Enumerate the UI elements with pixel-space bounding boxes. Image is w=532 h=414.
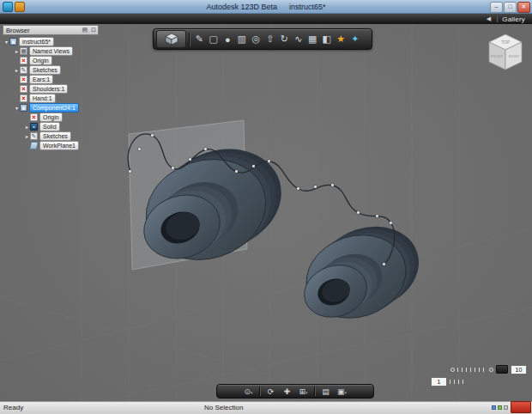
- chevron-down-icon[interactable]: ▾: [3, 39, 9, 45]
- toolbar-separator: [314, 387, 315, 396]
- tree-row-root[interactable]: ▾ ▣ instruct65*: [3, 37, 114, 46]
- tree-row[interactable]: ▸ ▪ Solid: [3, 122, 114, 131]
- visibility-off-icon[interactable]: ✕: [20, 85, 27, 93]
- toolbar-separator: [259, 387, 260, 396]
- snap-tool-icon[interactable]: ✦: [348, 31, 363, 47]
- panel-options-icon[interactable]: ▤: [81, 27, 90, 33]
- tree-row[interactable]: ▸ ▦ Named Views: [3, 46, 114, 56]
- model-tree: ▾ ▣ instruct65* ▸ ▦ Named Views ✕ Origin…: [3, 37, 114, 150]
- zoom-window-icon[interactable]: ⊞▾: [296, 387, 311, 396]
- tree-item-label[interactable]: Hand:1: [29, 94, 56, 103]
- gallery-button[interactable]: Gallery: [500, 15, 532, 23]
- back-arrow-icon[interactable]: ◀: [483, 15, 494, 22]
- tree-item-label[interactable]: instruct65*: [19, 37, 54, 46]
- grid-size-value[interactable]: 10: [511, 365, 527, 374]
- pattern-tool-icon[interactable]: ▦: [305, 31, 320, 47]
- tree-row[interactable]: ✕ Origin: [3, 56, 114, 65]
- chevron-down-icon[interactable]: ▾: [14, 105, 20, 111]
- tree-item-label-selected[interactable]: Component24:1: [29, 103, 79, 113]
- status-bar: Ready No Selection: [0, 401, 532, 414]
- combine-tool-icon[interactable]: ◧: [320, 31, 335, 47]
- tray-icons: [492, 405, 508, 410]
- tree-row[interactable]: ▸ ✎ Sketches: [3, 65, 114, 75]
- maximize-icon[interactable]: □: [504, 2, 517, 13]
- chevron-right-icon[interactable]: ▸: [24, 133, 30, 139]
- view-settings-icon[interactable]: ▣▾: [335, 387, 349, 396]
- visibility-off-icon[interactable]: ✕: [20, 57, 27, 64]
- close-icon[interactable]: ✕: [517, 2, 530, 13]
- look-at-icon[interactable]: ▤: [318, 387, 333, 396]
- viewcube-front-label: FRONT: [491, 54, 503, 58]
- solid-body-icon: ▪: [30, 123, 38, 131]
- notification-badge[interactable]: [511, 401, 531, 413]
- tree-row[interactable]: ▸ ✎ Sketches: [3, 131, 114, 141]
- viewcube-top-label: TOP: [501, 40, 511, 45]
- status-selection: No Selection: [204, 404, 243, 411]
- ruler-ticks: [457, 368, 487, 372]
- sketch-tool-icon[interactable]: ✎: [192, 31, 207, 47]
- tree-item-label[interactable]: Origin: [29, 56, 52, 65]
- app-title: Autodesk 123D Beta: [206, 3, 277, 11]
- tree-row[interactable]: WorkPlane1: [3, 141, 114, 150]
- panel-close-icon[interactable]: ⊡: [89, 27, 98, 33]
- component-icon: ▣: [20, 104, 27, 112]
- tray-icon-blue[interactable]: [492, 405, 496, 410]
- extrude-tool-icon[interactable]: ⇧: [263, 31, 278, 47]
- tree-row[interactable]: ✕ Shoulders:1: [3, 84, 114, 94]
- primitives-menu-icon[interactable]: [156, 30, 186, 48]
- snap-step-value[interactable]: 1: [431, 377, 447, 387]
- revolve-tool-icon[interactable]: ↻: [277, 31, 292, 47]
- snap-step-row: 1: [424, 376, 527, 387]
- sweep-tool-icon[interactable]: ∿: [292, 31, 306, 47]
- visibility-off-icon[interactable]: ✕: [30, 113, 38, 121]
- component-icon: ▣: [9, 38, 17, 46]
- snap-radio-icon[interactable]: [450, 368, 455, 372]
- part-right-hub[interactable]: [295, 214, 429, 331]
- ruler-ticks: [450, 380, 467, 384]
- tree-row-selected[interactable]: ▾ ▣ Component24:1: [3, 103, 114, 113]
- chevron-right-icon[interactable]: ▸: [14, 48, 20, 54]
- orbit-icon[interactable]: ⟳: [263, 387, 278, 396]
- tree-item-label[interactable]: Named Views: [29, 46, 73, 56]
- tree-item-label[interactable]: Ears:1: [29, 75, 53, 84]
- chevron-right-icon[interactable]: ▸: [24, 124, 30, 130]
- tree-row[interactable]: ✕ Origin: [3, 113, 114, 122]
- minimize-icon[interactable]: –: [490, 2, 503, 13]
- pan-icon[interactable]: ✚: [280, 387, 294, 396]
- app-icon[interactable]: [3, 2, 13, 12]
- grid-radio-icon[interactable]: [489, 368, 493, 372]
- tray-icon-gray[interactable]: [504, 405, 508, 410]
- cylinder-tool-icon[interactable]: ▥: [235, 31, 250, 47]
- tray-icon-green[interactable]: [498, 405, 502, 410]
- menu-separator: [497, 15, 498, 22]
- tree-item-label[interactable]: Solid: [39, 122, 60, 131]
- box-tool-icon[interactable]: ▢: [207, 31, 221, 47]
- visibility-off-icon[interactable]: ✕: [20, 94, 27, 102]
- workplane-icon: [29, 142, 39, 149]
- tree-item-label[interactable]: Sketches: [39, 131, 71, 141]
- named-views-icon: ▦: [20, 47, 27, 55]
- window-title: Autodesk 123D Betainstruct65*: [0, 3, 532, 11]
- tree-row[interactable]: ✕ Hand:1: [3, 94, 114, 103]
- torus-tool-icon[interactable]: ◎: [249, 31, 263, 47]
- visibility-off-icon[interactable]: ✕: [20, 76, 27, 83]
- document-title: instruct65*: [289, 3, 326, 11]
- sketch-icon: ✎: [30, 132, 38, 140]
- toolbar-separator: [189, 33, 190, 46]
- menu-strip: ◀ Gallery: [0, 14, 532, 24]
- material-star-icon[interactable]: ★: [334, 31, 348, 47]
- view-cube[interactable]: TOP FRONT RIGHT: [486, 31, 525, 76]
- tree-item-label[interactable]: WorkPlane1: [39, 141, 79, 150]
- zoom-icon[interactable]: ⊙▾: [241, 387, 256, 396]
- sphere-tool-icon[interactable]: ●: [221, 31, 235, 47]
- browser-panel-header[interactable]: Browser ▤ ⊡: [3, 25, 99, 35]
- tree-item-label[interactable]: Origin: [39, 113, 63, 122]
- app-menu-icon[interactable]: [15, 2, 25, 12]
- tree-item-label[interactable]: Sketches: [29, 65, 61, 75]
- tree-row[interactable]: ✕ Ears:1: [3, 75, 114, 84]
- grid-size-row: 10: [424, 364, 527, 374]
- chevron-right-icon[interactable]: ▸: [14, 67, 20, 73]
- browser-panel-title: Browser: [3, 27, 81, 34]
- unit-chip[interactable]: [496, 365, 508, 374]
- tree-item-label[interactable]: Shoulders:1: [29, 84, 68, 94]
